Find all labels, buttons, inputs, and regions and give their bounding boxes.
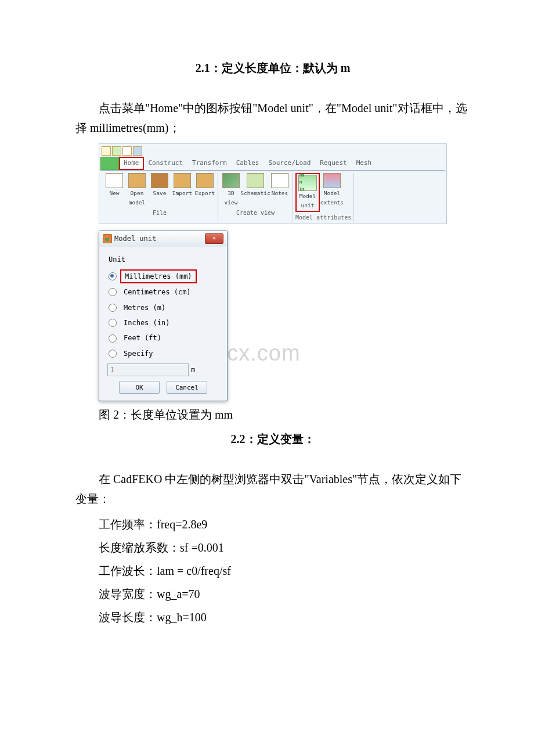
- radio-dot-icon: [109, 334, 117, 343]
- radio-inches[interactable]: Inches (in): [109, 316, 218, 329]
- export-button[interactable]: Export: [194, 173, 215, 207]
- model-unit-dialog: Model unit ✕ Unit Millimetres (mm) Centi…: [99, 230, 228, 401]
- create-view-group-label: Create view: [221, 208, 290, 218]
- ruler-icon: mmmkm: [298, 175, 317, 191]
- specify-value-input[interactable]: [107, 363, 189, 376]
- radio-feet[interactable]: Feet (ft): [109, 332, 218, 344]
- import-button[interactable]: Import: [172, 173, 193, 207]
- radio-specify[interactable]: Specify: [109, 347, 218, 360]
- heading-2-1: 2.1：定义长度单位：默认为 m: [75, 58, 470, 78]
- var-sf: 长度缩放系数：sf =0.001: [75, 538, 470, 557]
- tab-construct[interactable]: Construct: [144, 157, 188, 170]
- notes-icon: [271, 173, 288, 188]
- file-group-label: File: [104, 208, 215, 218]
- page-icon: [106, 173, 123, 188]
- tab-cables[interactable]: Cables: [232, 157, 264, 170]
- tab-home[interactable]: Home: [119, 157, 144, 170]
- model-unit-highlight: mmmkm Model unit: [295, 173, 320, 212]
- radio-dot-icon: [109, 304, 117, 312]
- heading-2-2: 2.2：定义变量：: [75, 429, 470, 449]
- close-button[interactable]: ✕: [205, 233, 223, 244]
- tab-transform[interactable]: Transform: [187, 157, 232, 170]
- box-icon: [323, 173, 341, 188]
- var-wg-a: 波导宽度：wg_a=70: [75, 584, 470, 604]
- cube-icon: [222, 173, 240, 188]
- 3d-view-button[interactable]: 3D view: [221, 173, 241, 207]
- radio-metres[interactable]: Metres (m): [109, 301, 218, 314]
- cancel-button[interactable]: Cancel: [167, 381, 207, 394]
- open-model-button[interactable]: Open model: [127, 173, 147, 207]
- toolbar-screenshot: Home Construct Transform Cables Source/L…: [99, 143, 447, 224]
- quick-access-toolbar: [100, 145, 445, 157]
- paragraph-2: 在 CadFEKO 中左侧的树型浏览器中双击"Variables"节点，依次定义…: [75, 469, 470, 509]
- var-lam: 工作波长：lam = c0/freq/sf: [75, 561, 470, 581]
- model-attributes-group-label: Model attributes: [295, 213, 351, 222]
- import-icon: [174, 173, 191, 188]
- notes-button[interactable]: Notes: [269, 173, 290, 207]
- radio-dot-icon: [109, 350, 117, 358]
- feko-icon: [103, 234, 112, 243]
- dialog-title: Model unit: [114, 233, 156, 244]
- figure-caption: 图 2：长度单位设置为 mm: [75, 405, 470, 424]
- radio-dot-icon: [109, 288, 117, 296]
- paragraph-1: 点击菜单"Home"中的图标按钮"Model unit"，在"Model uni…: [75, 98, 470, 138]
- model-extents-button[interactable]: Model extents: [322, 173, 342, 212]
- unit-group-label: Unit: [109, 254, 219, 265]
- radio-dot-icon: [109, 272, 117, 280]
- tab-mesh[interactable]: Mesh: [352, 157, 377, 170]
- new-button[interactable]: New: [104, 173, 125, 207]
- tab-request[interactable]: Request: [315, 157, 351, 170]
- radio-millimetres[interactable]: Millimetres (mm): [109, 269, 218, 283]
- export-icon: [196, 173, 214, 188]
- radio-centimetres[interactable]: Centimetres (cm): [109, 286, 218, 298]
- ok-button[interactable]: OK: [119, 381, 160, 394]
- tab-source-load[interactable]: Source/Load: [264, 157, 315, 170]
- var-wg-h: 波导长度：wg_h=100: [75, 607, 470, 627]
- folder-icon: [128, 173, 146, 188]
- schematic-icon: [247, 173, 264, 188]
- schematic-button[interactable]: Schematic: [243, 173, 268, 207]
- var-freq: 工作频率：freq=2.8e9: [75, 514, 470, 534]
- specify-unit-label: m: [191, 364, 195, 376]
- radio-dot-icon: [109, 319, 117, 327]
- model-unit-button[interactable]: mmmkm Model unit: [297, 175, 318, 210]
- disk-icon: [151, 173, 168, 188]
- ribbon-tabs: Home Construct Transform Cables Source/L…: [100, 157, 445, 171]
- save-button[interactable]: Save: [149, 173, 170, 207]
